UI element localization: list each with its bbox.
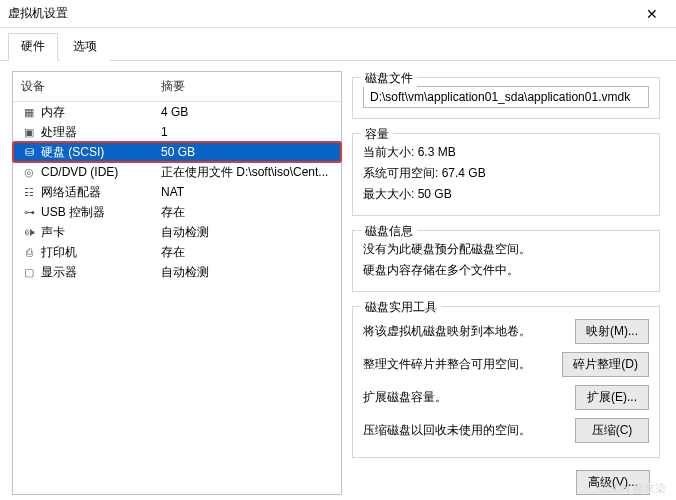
disk-file-path[interactable]: D:\soft\vm\application01_sda\application… (363, 86, 649, 108)
device-list-header: 设备 摘要 (13, 72, 341, 102)
device-name: CD/DVD (IDE) (41, 165, 161, 179)
device-summary: 4 GB (161, 105, 333, 119)
disk-info-line1: 没有为此硬盘预分配磁盘空间。 (363, 239, 649, 260)
window-title: 虚拟机设置 (8, 5, 636, 22)
expand-button[interactable]: 扩展(E)... (575, 385, 649, 410)
device-summary: 50 GB (161, 145, 333, 159)
util-compact-text: 压缩磁盘以回收未使用的空间。 (363, 422, 567, 439)
network-icon: ☷ (21, 184, 37, 200)
device-row[interactable]: ▣处理器1 (13, 122, 341, 142)
device-summary: 自动检测 (161, 264, 333, 281)
disk-icon: ⛁ (21, 144, 37, 160)
usb-icon: ⊶ (21, 204, 37, 220)
map-button[interactable]: 映射(M)... (575, 319, 649, 344)
capacity-free: 系统可用空间: 67.4 GB (363, 163, 649, 184)
group-disk-file-title: 磁盘文件 (361, 70, 417, 87)
disk-info-line2: 硬盘内容存储在多个文件中。 (363, 260, 649, 281)
tab-hardware-label: 硬件 (21, 39, 45, 53)
printer-icon: ⎙ (21, 244, 37, 260)
util-defrag-text: 整理文件碎片并整合可用空间。 (363, 356, 554, 373)
device-name: USB 控制器 (41, 204, 161, 221)
compact-button[interactable]: 压缩(C) (575, 418, 649, 443)
group-capacity-title: 容量 (361, 126, 393, 143)
group-utilities: 磁盘实用工具 将该虚拟机磁盘映射到本地卷。 映射(M)... 整理文件碎片并整合… (352, 306, 660, 458)
device-name: 内存 (41, 104, 161, 121)
group-disk-info: 磁盘信息 没有为此硬盘预分配磁盘空间。 硬盘内容存储在多个文件中。 (352, 230, 660, 292)
device-row[interactable]: ⛁硬盘 (SCSI)50 GB (13, 142, 341, 162)
device-name: 声卡 (41, 224, 161, 241)
device-row[interactable]: ⎙打印机存在 (13, 242, 341, 262)
device-name: 网络适配器 (41, 184, 161, 201)
detail-panel: 磁盘文件 D:\soft\vm\application01_sda\applic… (352, 71, 664, 495)
header-summary: 摘要 (161, 78, 333, 95)
device-summary: 存在 (161, 204, 333, 221)
group-utilities-title: 磁盘实用工具 (361, 299, 441, 316)
group-capacity: 容量 当前大小: 6.3 MB 系统可用空间: 67.4 GB 最大大小: 50… (352, 133, 660, 216)
device-list: 设备 摘要 ▦内存4 GB▣处理器1⛁硬盘 (SCSI)50 GB◎CD/DVD… (12, 71, 342, 495)
group-disk-info-title: 磁盘信息 (361, 223, 417, 240)
display-icon: ▢ (21, 264, 37, 280)
capacity-max: 最大大小: 50 GB (363, 184, 649, 205)
cpu-icon: ▣ (21, 124, 37, 140)
tab-options-label: 选项 (73, 39, 97, 53)
device-name: 硬盘 (SCSI) (41, 144, 161, 161)
device-row[interactable]: ▦内存4 GB (13, 102, 341, 122)
device-summary: 1 (161, 125, 333, 139)
device-name: 显示器 (41, 264, 161, 281)
util-map-text: 将该虚拟机磁盘映射到本地卷。 (363, 323, 567, 340)
device-summary: 正在使用文件 D:\soft\iso\Cent... (161, 164, 333, 181)
device-row[interactable]: 🕪声卡自动检测 (13, 222, 341, 242)
device-name: 打印机 (41, 244, 161, 261)
device-row[interactable]: ◎CD/DVD (IDE)正在使用文件 D:\soft\iso\Cent... (13, 162, 341, 182)
tab-hardware[interactable]: 硬件 (8, 33, 58, 61)
device-name: 处理器 (41, 124, 161, 141)
capacity-current: 当前大小: 6.3 MB (363, 142, 649, 163)
tab-options[interactable]: 选项 (60, 33, 110, 61)
watermark: CSDN @末染 (599, 481, 666, 496)
memory-icon: ▦ (21, 104, 37, 120)
defrag-button[interactable]: 碎片整理(D) (562, 352, 649, 377)
device-row[interactable]: ⊶USB 控制器存在 (13, 202, 341, 222)
group-disk-file: 磁盘文件 D:\soft\vm\application01_sda\applic… (352, 77, 660, 119)
device-summary: 存在 (161, 244, 333, 261)
device-summary: 自动检测 (161, 224, 333, 241)
content-area: 设备 摘要 ▦内存4 GB▣处理器1⛁硬盘 (SCSI)50 GB◎CD/DVD… (0, 61, 676, 500)
device-row[interactable]: ☷网络适配器NAT (13, 182, 341, 202)
tab-strip: 硬件 选项 (0, 28, 676, 61)
sound-icon: 🕪 (21, 224, 37, 240)
header-device: 设备 (21, 78, 161, 95)
titlebar: 虚拟机设置 ✕ (0, 0, 676, 28)
device-summary: NAT (161, 185, 333, 199)
cd-icon: ◎ (21, 164, 37, 180)
util-expand-text: 扩展磁盘容量。 (363, 389, 567, 406)
close-icon[interactable]: ✕ (636, 6, 668, 22)
device-row[interactable]: ▢显示器自动检测 (13, 262, 341, 282)
